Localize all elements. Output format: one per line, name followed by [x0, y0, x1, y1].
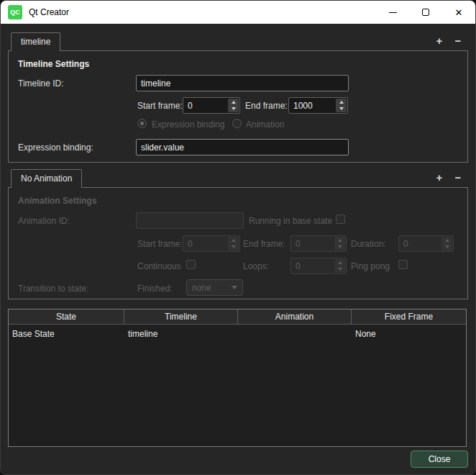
spin-down-icon[interactable]: [336, 106, 347, 113]
spin-buttons: [441, 237, 452, 250]
spin-buttons[interactable]: [336, 99, 347, 112]
loops-value: 0: [291, 258, 334, 273]
add-animation-button[interactable]: +: [432, 171, 447, 185]
table-row[interactable]: Base State timeline None: [9, 325, 466, 343]
qt-creator-logo-icon: QC: [8, 5, 22, 19]
spin-up-icon: [441, 237, 452, 244]
spin-up-icon[interactable]: [228, 99, 239, 106]
continuous-checkbox: [186, 260, 196, 269]
start-frame-value: 0: [183, 98, 227, 113]
title-bar: QC Qt Creator ✕: [1, 1, 475, 24]
anim-end-frame-value: 0: [291, 236, 334, 251]
ping-pong-checkbox: [398, 260, 408, 269]
finished-value: none: [192, 283, 211, 293]
window-controls: ✕: [376, 1, 475, 24]
timeline-settings-heading: Timeline Settings: [18, 59, 89, 69]
cell-timeline: timeline: [124, 325, 238, 343]
expression-binding-radio-label: Expression binding: [152, 119, 224, 130]
spin-buttons[interactable]: [228, 99, 239, 112]
animation-id-input: [136, 212, 244, 229]
anim-end-frame-spinbox: 0: [290, 235, 347, 252]
minimize-icon: [389, 12, 397, 13]
timeline-id-label: Timeline ID:: [18, 78, 64, 89]
timeline-id-value: timeline: [141, 78, 170, 89]
anim-end-frame-label: End frame:: [243, 239, 285, 249]
end-frame-label: End frame:: [245, 101, 288, 111]
animation-settings-heading: Animation Settings: [18, 196, 96, 206]
animation-radio-label: Animation: [246, 119, 284, 130]
loops-label: Loops:: [243, 261, 269, 271]
remove-timeline-button[interactable]: −: [451, 34, 465, 48]
start-frame-spinbox[interactable]: 0: [183, 97, 240, 114]
add-timeline-button[interactable]: +: [432, 34, 447, 48]
remove-animation-button[interactable]: −: [451, 171, 465, 185]
finished-dropdown: none: [186, 279, 243, 296]
expression-binding-radio: [137, 119, 147, 128]
animation-id-label: Animation ID:: [18, 216, 70, 226]
spin-buttons: [228, 237, 239, 250]
qt-creator-dialog: QC Qt Creator ✕ timeline + − Timeline Se…: [0, 0, 476, 475]
column-header-fixed-frame: Fixed Frame: [352, 309, 466, 324]
cell-animation: [238, 325, 352, 343]
running-in-base-state-checkbox: [336, 214, 345, 224]
spin-up-icon[interactable]: [336, 99, 347, 106]
duration-spinbox: 0: [398, 235, 454, 252]
column-header-state: State: [9, 309, 124, 324]
close-button[interactable]: Close: [411, 451, 468, 468]
spin-down-icon: [334, 266, 345, 273]
close-icon: ✕: [455, 8, 463, 17]
loops-spinbox: 0: [290, 258, 347, 274]
spin-buttons: [334, 259, 345, 273]
table-header: State Timeline Animation Fixed Frame: [9, 309, 466, 325]
spin-up-icon: [228, 237, 239, 244]
duration-label: Duration:: [351, 239, 386, 249]
expression-binding-input[interactable]: slider.value: [136, 139, 349, 155]
spin-down-icon: [228, 244, 239, 251]
window-title: Qt Creator: [29, 7, 69, 17]
minimize-button[interactable]: [376, 1, 409, 24]
finished-label: Finished:: [137, 284, 173, 294]
continuous-label: Continuous: [137, 261, 181, 271]
end-frame-value: 1000: [289, 98, 335, 113]
maximize-button[interactable]: [409, 1, 442, 24]
timeline-id-input[interactable]: timeline: [136, 75, 349, 91]
end-frame-spinbox[interactable]: 1000: [288, 97, 348, 114]
expression-binding-label: Expression binding:: [18, 142, 93, 153]
transition-to-state-label: Transition to state:: [18, 284, 88, 294]
spin-up-icon: [334, 259, 345, 266]
anim-start-frame-label: Start frame:: [137, 239, 183, 249]
cell-fixed-frame: None: [352, 325, 466, 343]
animation-radio: [232, 119, 242, 128]
tab-no-animation[interactable]: No Animation: [11, 169, 82, 188]
expression-binding-value: slider.value: [141, 142, 184, 153]
spin-down-icon: [441, 244, 452, 251]
spin-up-icon: [334, 237, 345, 244]
running-in-base-state-label: Running in base state: [249, 216, 332, 226]
spin-down-icon[interactable]: [228, 106, 239, 113]
duration-value: 0: [399, 236, 441, 251]
column-header-timeline: Timeline: [124, 309, 238, 324]
maximize-icon: [422, 9, 429, 16]
anim-start-frame-value: 0: [183, 236, 227, 251]
tab-timeline[interactable]: timeline: [11, 32, 60, 51]
states-table: State Timeline Animation Fixed Frame Bas…: [8, 309, 467, 447]
ping-pong-label: Ping pong: [351, 261, 390, 271]
spin-buttons: [334, 237, 345, 250]
start-frame-label: Start frame:: [137, 101, 183, 111]
spin-down-icon: [334, 244, 345, 251]
column-header-animation: Animation: [238, 309, 352, 324]
close-window-button[interactable]: ✕: [442, 1, 475, 24]
anim-start-frame-spinbox: 0: [183, 235, 240, 252]
chevron-down-icon: [232, 286, 237, 289]
cell-state: Base State: [9, 325, 124, 343]
